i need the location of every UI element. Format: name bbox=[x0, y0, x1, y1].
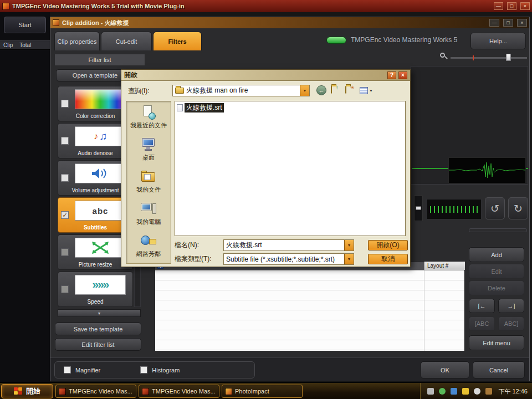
histogram-checkbox[interactable] bbox=[140, 366, 147, 374]
dialog-titlebar: 開啟 ? × bbox=[121, 70, 410, 81]
save-template-button[interactable]: Save the template bbox=[55, 323, 141, 335]
place-my-computer[interactable]: 我的電腦 bbox=[126, 198, 171, 230]
clip-minimize-icon[interactable]: — bbox=[489, 19, 499, 27]
maximize-icon[interactable]: □ bbox=[507, 2, 516, 10]
tmpgenc-app-icon bbox=[142, 388, 149, 395]
histogram-option[interactable]: Histogram bbox=[140, 366, 180, 374]
rotate-cw-icon: ↻ bbox=[514, 202, 523, 215]
tray-icon[interactable] bbox=[474, 388, 480, 395]
start-button[interactable]: 開始 bbox=[1, 384, 53, 398]
filter-checkbox-checked[interactable]: ✓ bbox=[61, 211, 69, 219]
view-options-panel: Magnifier Histogram bbox=[54, 361, 255, 378]
views-button[interactable]: ▼ bbox=[360, 87, 373, 94]
minimize-icon[interactable]: — bbox=[494, 2, 503, 10]
add-button[interactable]: Add bbox=[469, 247, 524, 262]
subtitle-table-body[interactable] bbox=[155, 270, 464, 351]
place-desktop[interactable]: 桌面 bbox=[126, 134, 171, 166]
file-name-input[interactable]: 火線救援.srt ▼ bbox=[223, 239, 354, 251]
file-item[interactable]: 火線救援.srt bbox=[177, 103, 224, 112]
tab-filter-list[interactable]: Filter list bbox=[54, 54, 145, 66]
dropdown-icon: ▼ bbox=[369, 89, 373, 93]
dropdown-icon[interactable]: ▼ bbox=[300, 85, 309, 96]
tray-icon[interactable] bbox=[427, 388, 434, 395]
file-type-value: Subtitle file (*.xsubtitle;*.subtitle;*.… bbox=[226, 255, 335, 263]
zoom-slider-handle[interactable] bbox=[506, 54, 511, 61]
file-name-label: 檔名(N): bbox=[175, 241, 223, 250]
taskbar-app-tmpgenc-2[interactable]: TMPGEnc Video Mas... bbox=[139, 385, 219, 398]
subtitle-list-table[interactable]: Layout # bbox=[155, 261, 465, 351]
dialog-cancel-button[interactable]: 取消 bbox=[368, 254, 408, 264]
tray-icon[interactable] bbox=[462, 388, 469, 395]
dialog-close-icon[interactable]: × bbox=[398, 71, 407, 79]
filter-checkbox[interactable] bbox=[61, 137, 69, 145]
tray-icon[interactable] bbox=[485, 388, 492, 395]
magnifier-checkbox[interactable] bbox=[64, 366, 71, 374]
edit-filter-list-button[interactable]: Edit filter list bbox=[55, 338, 141, 351]
filter-checkbox[interactable] bbox=[61, 248, 69, 256]
tab-filters[interactable]: Filters bbox=[153, 32, 202, 50]
look-in-dropdown[interactable]: 火線救援 man on fire ▼ bbox=[172, 85, 310, 96]
led-ticks bbox=[430, 206, 478, 213]
tray-icon[interactable] bbox=[439, 388, 446, 395]
my-documents-icon bbox=[140, 170, 157, 184]
cancel-button[interactable]: Cancel bbox=[473, 361, 525, 378]
tab-clip-properties[interactable]: Clip properties bbox=[54, 32, 100, 50]
close-icon[interactable]: × bbox=[520, 2, 530, 10]
magnifier-option[interactable]: Magnifier bbox=[64, 366, 100, 374]
filter-checkbox[interactable] bbox=[61, 174, 69, 182]
place-my-documents[interactable]: 我的文件 bbox=[126, 166, 171, 198]
taskbar-app-tmpgenc-1[interactable]: TMPGEnc Video Mas... bbox=[55, 385, 136, 398]
tmpgenc-logo-icon bbox=[326, 37, 346, 44]
app-icon bbox=[2, 3, 9, 10]
start-tab[interactable]: Start bbox=[4, 17, 46, 33]
layout-column-header[interactable]: Layout # bbox=[424, 262, 465, 270]
magnifier-icon bbox=[440, 53, 448, 60]
tray-icon[interactable] bbox=[451, 388, 457, 395]
volume-slider[interactable] bbox=[414, 196, 423, 221]
clip-close-icon[interactable]: × bbox=[517, 19, 527, 27]
file-type-dropdown[interactable]: Subtitle file (*.xsubtitle;*.subtitle;*.… bbox=[223, 253, 354, 265]
taskbar-app-photoimpact[interactable]: PhotoImpact bbox=[222, 385, 303, 398]
dropdown-icon[interactable]: ▼ bbox=[344, 254, 354, 264]
dialog-open-button[interactable]: 開啟(O) bbox=[368, 240, 408, 250]
taskbar-clock[interactable]: 下午 12:46 bbox=[498, 387, 528, 396]
tab-cut-edit[interactable]: Cut-edit bbox=[101, 32, 152, 50]
color-correction-thumbnail bbox=[75, 89, 126, 109]
left-sidebar: Start Clip Total bbox=[0, 12, 50, 382]
new-folder-button[interactable]: ✳ bbox=[345, 86, 355, 95]
look-in-label: 查詢(I): bbox=[128, 86, 150, 96]
insert-open-bracket-button[interactable]: [← bbox=[469, 299, 495, 313]
filter-checkbox[interactable] bbox=[61, 100, 69, 108]
clip-window-title: Clip addition - 火線救援 bbox=[62, 19, 485, 27]
up-one-level-button[interactable]: ↑ bbox=[331, 86, 341, 95]
filter-scroll-down-button[interactable]: ▼ bbox=[58, 309, 141, 317]
rotate-ccw-icon: ↺ bbox=[490, 202, 499, 215]
back-icon[interactable]: ← bbox=[316, 85, 326, 95]
seek-groove[interactable] bbox=[469, 228, 527, 232]
rotate-ccw-button[interactable]: ↺ bbox=[485, 197, 505, 219]
file-list[interactable]: 火線救援.srt bbox=[175, 101, 406, 236]
clip-maximize-icon[interactable]: □ bbox=[503, 19, 513, 27]
file-name-selected[interactable]: 火線救援.srt bbox=[185, 103, 224, 112]
windows-logo-icon bbox=[14, 387, 23, 395]
rotate-cw-button[interactable]: ↻ bbox=[508, 197, 528, 219]
filter-item-speed[interactable]: »»» Speed bbox=[58, 272, 133, 307]
place-label: 我的文件 bbox=[136, 186, 161, 194]
ok-button[interactable]: OK bbox=[421, 361, 469, 378]
filter-checkbox[interactable] bbox=[61, 285, 69, 293]
dialog-help-icon[interactable]: ? bbox=[387, 71, 396, 79]
place-recent-documents[interactable]: 我最近的文件 bbox=[126, 101, 171, 134]
clip-column-label: Clip bbox=[3, 42, 13, 48]
help-button[interactable]: Help... bbox=[470, 33, 526, 49]
filter-label: Speed bbox=[58, 299, 132, 305]
audio-channel-meter bbox=[426, 199, 482, 219]
zoom-slider-track[interactable] bbox=[451, 57, 527, 59]
edit-menu-button[interactable]: Edit menu bbox=[469, 335, 524, 350]
insert-close-bracket-button[interactable]: →] bbox=[498, 299, 524, 313]
dropdown-icon[interactable]: ▼ bbox=[344, 240, 354, 250]
place-network[interactable]: 網路芳鄰 bbox=[126, 230, 171, 262]
file-name-value: 火線救援.srt bbox=[226, 241, 262, 250]
up-arrow-icon: ↑ bbox=[336, 85, 339, 90]
table-column-divider bbox=[424, 270, 424, 351]
volume-slider-handle[interactable] bbox=[416, 206, 421, 210]
